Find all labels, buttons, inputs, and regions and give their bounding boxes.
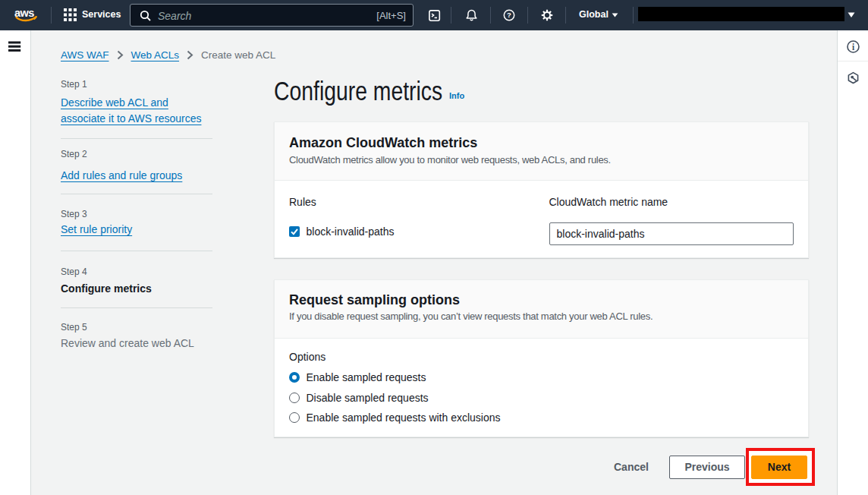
- svg-text:?: ?: [507, 11, 511, 19]
- svg-text:i: i: [852, 43, 855, 52]
